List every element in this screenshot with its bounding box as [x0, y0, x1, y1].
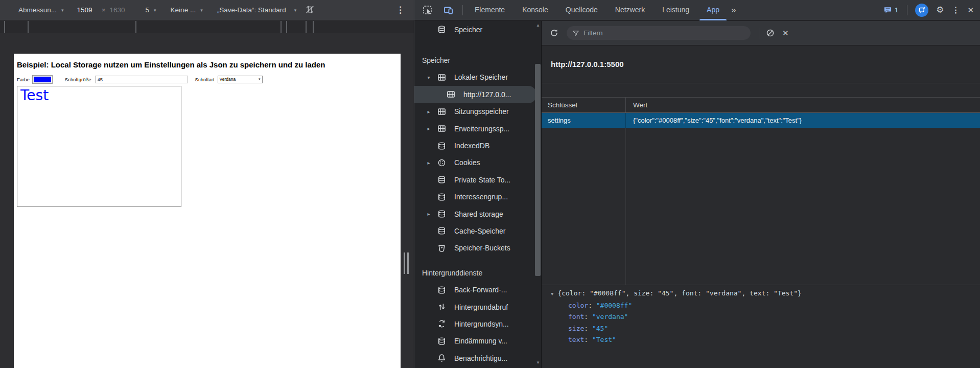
font-size-input[interactable] — [95, 76, 188, 83]
delete-all-button[interactable] — [766, 29, 775, 37]
property-key: size — [568, 325, 584, 332]
tab-app[interactable]: App — [698, 0, 728, 20]
column-header-value[interactable]: Wert — [625, 98, 980, 112]
sidebar-scrollbar-thumb[interactable] — [535, 64, 541, 276]
sidebar-item-eind-mmung-v[interactable]: Eindämmung v... — [414, 333, 541, 350]
sidebar-item-cache-speicher[interactable]: Cache-Speicher — [414, 222, 541, 239]
ai-assistant-button[interactable] — [915, 4, 928, 17]
storage-table-header: Schlüssel Wert — [542, 98, 980, 113]
sidebar-item-label: Hintergrundabruf — [454, 303, 508, 311]
scrollbar-down-icon[interactable]: ▼ — [536, 360, 540, 365]
save-data-label[interactable]: „Save-Data“: Standard — [217, 6, 286, 14]
block-icon — [766, 29, 775, 37]
storage-value: {"color":"#0008ff","size":"45","font":"v… — [625, 113, 980, 128]
property-key: font — [568, 313, 584, 320]
expand-arrow-icon[interactable]: ▾ — [425, 75, 433, 80]
sidebar-item-label: Private State To... — [454, 176, 510, 184]
sidebar-item-back-forward[interactable]: Back-Forward-... — [414, 281, 541, 298]
expand-arrow-icon[interactable]: ▸ — [425, 126, 433, 131]
tab-konsole[interactable]: Konsole — [514, 0, 557, 20]
viewport-height-value: 1630 — [110, 6, 125, 14]
sidebar-item-label: Interessengrup... — [454, 193, 508, 201]
tab-leistung[interactable]: Leistung — [654, 0, 698, 20]
rotate-device-button[interactable] — [306, 5, 314, 15]
devtools-menu-icon[interactable]: ⋮ — [951, 5, 960, 15]
db-icon — [437, 337, 446, 346]
close-devtools-icon[interactable]: ✕ — [967, 6, 974, 15]
throttling-select[interactable]: Keine ... ▾ — [171, 6, 203, 14]
inspect-element-button[interactable] — [423, 5, 432, 15]
property-key: text — [568, 336, 584, 343]
storage-table-rows: settings{"color":"#0008ff","size":"45","… — [542, 113, 980, 128]
db-icon — [437, 25, 446, 34]
preview-property-color: color: "#0008ff" — [551, 300, 980, 312]
sidebar-item-label: Back-Forward-... — [454, 286, 507, 294]
column-header-key[interactable]: Schlüssel — [542, 101, 625, 109]
application-sidebar: SpeicherSpeicher▾Lokaler Speicherhttp://… — [414, 21, 542, 368]
expand-arrow-icon[interactable]: ▸ — [425, 109, 433, 114]
db-icon — [437, 142, 446, 150]
origin-subheader-strip — [542, 83, 980, 98]
devtools-panel: ElementeKonsoleQuellcodeNetzwerkLeistung… — [414, 0, 980, 368]
sidebar-item-interessengrup[interactable]: Interessengrup... — [414, 189, 541, 205]
tab-netzwerk[interactable]: Netzwerk — [606, 0, 654, 20]
db-icon — [437, 286, 446, 294]
device-emulation-area: Abmessun... ▾ 1509 × 1630 5 ▾ Keine ... … — [0, 0, 414, 368]
filter-box — [567, 26, 751, 40]
issues-bubble-icon — [883, 6, 892, 14]
sidebar-item-label: Benachrichtigu... — [454, 354, 507, 362]
tab-elemente[interactable]: Elemente — [466, 0, 514, 20]
settings-gear-icon[interactable]: ⚙ — [936, 5, 944, 15]
sidebar-item-private-state-to[interactable]: Private State To... — [414, 171, 541, 188]
storage-toolbar: ✕ — [542, 21, 980, 45]
sidebar-spacer — [414, 257, 541, 264]
expand-triangle-icon[interactable]: ▼ — [551, 291, 553, 296]
preview-property-text: text: "Test" — [551, 334, 980, 346]
device-toolbar-more-icon[interactable]: ⋮ — [396, 5, 405, 15]
font-family-value: Verdana — [220, 77, 236, 82]
issues-button[interactable]: 1 — [883, 6, 898, 14]
refresh-button[interactable] — [550, 29, 558, 37]
sidebar-item-benachrichtigu[interactable]: Benachrichtigu... — [414, 350, 541, 366]
text-area[interactable]: Test — [17, 86, 181, 207]
color-label: Farbe — [17, 77, 30, 82]
emulated-page: Beispiel: Local Storage nutzen um Einste… — [14, 54, 401, 368]
sidebar-item-hintergrundsyn[interactable]: Hintergrundsyn... — [414, 315, 541, 332]
property-value: "#0008ff" — [596, 302, 632, 309]
scrollbar-up-icon[interactable]: ▲ — [536, 23, 540, 28]
device-pixel-ratio-select[interactable]: 5 ▾ — [146, 6, 156, 14]
sidebar-item-speicher-buckets[interactable]: Speicher-Buckets — [414, 240, 541, 257]
sidebar-item-hintergrundabruf[interactable]: Hintergrundabruf — [414, 298, 541, 315]
delete-selected-icon[interactable]: ✕ — [782, 29, 789, 38]
sidebar-item-http-127-0-0[interactable]: http://127.0.0... — [414, 86, 536, 103]
storage-row-settings[interactable]: settings{"color":"#0008ff","size":"45","… — [542, 113, 980, 128]
preview-property-font: font: "verdana" — [551, 311, 980, 323]
cookie-icon — [437, 158, 446, 167]
expand-arrow-icon[interactable]: ▸ — [425, 160, 433, 166]
filter-input[interactable] — [584, 29, 745, 37]
tab-quellcode[interactable]: Quellcode — [557, 0, 606, 20]
page-heading: Beispiel: Local Storage nutzen um Einste… — [17, 60, 325, 69]
property-colon: : — [584, 325, 592, 332]
sidebar-item-erweiterungssp[interactable]: ▸Erweiterungssp... — [414, 120, 541, 137]
font-family-select[interactable]: Verdana ▾ — [218, 76, 263, 83]
sidebar-item-label: Hintergrundsyn... — [454, 320, 509, 328]
expand-arrow-icon[interactable]: ▸ — [425, 211, 433, 217]
preview-summary-row[interactable]: ▼{color: "#0008ff", size: "45", font: "v… — [551, 288, 980, 300]
sidebar-item-indexeddb[interactable]: IndexedDB — [414, 137, 541, 154]
sidebar-item-lokaler-speicher[interactable]: ▾Lokaler Speicher — [414, 69, 541, 86]
sidebar-item-cookies[interactable]: ▸Cookies — [414, 154, 541, 171]
color-input[interactable] — [32, 75, 53, 84]
sync-icon — [437, 319, 446, 328]
bucket-icon — [437, 244, 446, 252]
more-tabs-icon[interactable]: » — [728, 5, 739, 15]
device-dimensions-select[interactable]: Abmessun... ▾ — [18, 6, 64, 14]
sidebar-item-label: http://127.0.0... — [463, 90, 511, 99]
toggle-device-toolbar-button[interactable] — [444, 5, 453, 15]
devtools-resize-handle[interactable] — [404, 252, 409, 274]
viewport-width-value[interactable]: 1509 — [77, 6, 92, 14]
chevron-down-icon[interactable]: ▾ — [294, 8, 297, 13]
sidebar-item-speicher[interactable]: Speicher — [414, 21, 541, 38]
sidebar-item-sitzungsspeicher[interactable]: ▸Sitzungsspeicher — [414, 103, 541, 120]
sidebar-item-shared-storage[interactable]: ▸Shared storage — [414, 205, 541, 222]
